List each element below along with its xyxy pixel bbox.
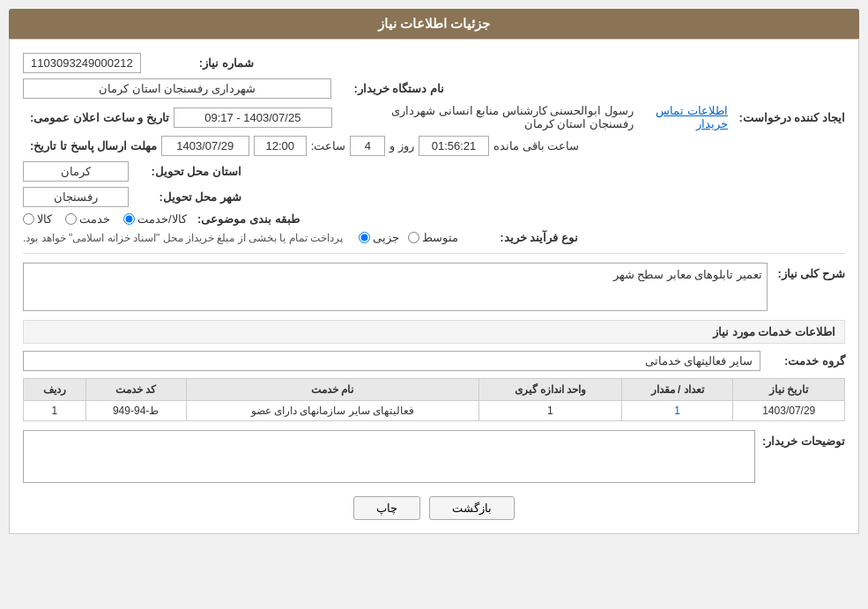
cell-service-code: ط-94-949 xyxy=(85,401,186,421)
category-row: طبقه بندی موضوعی: کالا/خدمت خدمت کالا xyxy=(23,212,845,226)
niyaz-number-label: شماره نیاز: xyxy=(148,56,254,70)
process-jozii-radio[interactable] xyxy=(359,232,370,243)
process-radio-group: متوسط جزیی xyxy=(359,231,458,244)
col-need-date: تاریخ نیاز xyxy=(733,379,845,401)
announce-datetime-value: 1403/07/25 - 09:17 xyxy=(174,108,332,128)
buyer-notes-container: توضیحات خریدار: xyxy=(23,430,845,483)
days-label: روز و xyxy=(389,139,414,152)
remaining-time: 01:56:21 xyxy=(419,136,489,156)
general-description-label: شرح کلی نیاز: xyxy=(775,263,845,280)
process-motavaset-label: متوسط xyxy=(422,231,458,244)
niyaz-number-value: 1103093249000212 xyxy=(23,53,141,73)
delivery-province-label: استان محل تحویل: xyxy=(136,165,241,178)
process-type-label: نوع فرآیند خرید: xyxy=(472,231,578,244)
category-radio-group: کالا/خدمت خدمت کالا xyxy=(23,212,187,226)
services-section-title: اطلاعات خدمات مورد نیاز xyxy=(23,320,845,344)
page-container: جزئیات اطلاعات نیاز شماره نیاز: 11030932… xyxy=(0,0,868,609)
page-title: جزئیات اطلاعات نیاز xyxy=(378,16,490,31)
remaining-label: ساعت باقی مانده xyxy=(493,139,579,152)
service-group-row: گروه خدمت: سایر فعالیتهای خدماتی xyxy=(23,351,845,371)
general-description-value: تعمیر تابلوهای معابر سطح شهر xyxy=(23,263,768,311)
general-description-container: شرح کلی نیاز: تعمیر تابلوهای معابر سطح ش… xyxy=(23,263,845,311)
process-motavaset-radio[interactable] xyxy=(408,232,419,243)
send-deadline-label: مهلت ارسال پاسخ تا تاریخ: xyxy=(30,139,157,152)
buttons-row: بازگشت چاپ xyxy=(23,496,845,520)
process-jozii-label: جزیی xyxy=(373,231,399,244)
col-row-num: ردیف xyxy=(24,379,86,401)
category-kala-khedmat-label: کالا/خدمت xyxy=(137,212,187,226)
cell-service-name: فعالیتهای سایر سازمانهای دارای عضو xyxy=(186,401,479,421)
buyer-notes-label: توضیحات خریدار: xyxy=(762,430,845,448)
buyer-org-row: نام دستگاه خریدار: شهرداری رفسنجان استان… xyxy=(23,78,845,99)
general-description-text: تعمیر تابلوهای معابر سطح شهر xyxy=(613,268,762,281)
category-khedmat-radio[interactable] xyxy=(65,213,77,225)
services-table: تاریخ نیاز تعداد / مقدار واحد اندازه گیر… xyxy=(23,378,845,421)
delivery-city-value: رفسنجان xyxy=(23,187,129,207)
main-content: شماره نیاز: 1103093249000212 نام دستگاه … xyxy=(9,39,859,534)
buyer-org-value: شهرداری رفسنجان استان کرمان xyxy=(23,78,331,99)
process-jozii: جزیی xyxy=(359,231,399,244)
back-button[interactable]: بازگشت xyxy=(429,496,515,520)
category-label: طبقه بندی موضوعی: xyxy=(194,212,300,226)
delivery-city-label: شهر محل تحویل: xyxy=(136,190,241,204)
category-kala-radio[interactable] xyxy=(23,213,34,225)
contact-link[interactable]: اطلاعات تماس خریدار xyxy=(642,104,728,130)
process-motavaset: متوسط xyxy=(408,231,458,244)
datetime-label: تاریخ و ساعت اعلان عمومی: xyxy=(30,111,169,124)
service-group-label: گروه خدمت: xyxy=(775,354,845,368)
page-header: جزئیات اطلاعات نیاز xyxy=(9,9,859,39)
delivery-province-row: استان محل تحویل: کرمان xyxy=(23,161,845,182)
cell-date: 1403/07/29 xyxy=(733,401,845,421)
category-kala-label: کالا xyxy=(37,212,52,226)
buyer-notes-box xyxy=(23,430,755,483)
col-service-name: نام خدمت xyxy=(186,379,479,401)
niyaz-number-row: شماره نیاز: 1103093249000212 xyxy=(23,53,845,73)
process-note: پرداخت تمام یا بخشی از مبلغ خریداز محل "… xyxy=(23,232,343,244)
requester-name: رسول ابوالحسنی کارشناس منابع انسانی شهرد… xyxy=(350,104,634,130)
category-khedmat: خدمت xyxy=(65,212,110,226)
time-label: ساعت: xyxy=(311,139,346,152)
print-button[interactable]: چاپ xyxy=(353,496,420,520)
deadline-row: ساعت باقی مانده 01:56:21 روز و 4 ساعت: 1… xyxy=(23,136,845,156)
deadline-date: 1403/07/29 xyxy=(161,136,249,156)
service-group-value: سایر فعالیتهای خدماتی xyxy=(23,351,760,371)
table-row: 1403/07/29 1 1 فعالیتهای سایر سازمانهای … xyxy=(24,401,845,421)
category-kala: کالا xyxy=(23,212,52,226)
delivery-city-row: شهر محل تحویل: رفسنجان xyxy=(23,187,845,207)
process-type-row: نوع فرآیند خرید: متوسط جزیی پرداخت تمام … xyxy=(23,231,845,244)
col-service-code: کد خدمت xyxy=(85,379,186,401)
deadline-time: 12:00 xyxy=(254,136,307,156)
cell-quantity: 1 xyxy=(621,401,732,421)
deadline-days: 4 xyxy=(350,136,385,156)
delivery-province-value: کرمان xyxy=(23,161,129,182)
requester-label: ایجاد کننده درخواست: xyxy=(739,111,845,124)
buyer-org-label: نام دستگاه خریدار: xyxy=(338,82,444,95)
col-quantity: تعداد / مقدار xyxy=(621,379,732,401)
category-kala-khedmat-radio[interactable] xyxy=(123,213,135,225)
cell-unit: 1 xyxy=(479,401,621,421)
requester-row: ایجاد کننده درخواست: اطلاعات تماس خریدار… xyxy=(23,104,845,130)
cell-row-num: 1 xyxy=(24,401,86,421)
category-khedmat-label: خدمت xyxy=(79,212,110,226)
divider-1 xyxy=(23,253,845,254)
col-unit: واحد اندازه گیری xyxy=(479,379,621,401)
category-kala-khedmat: کالا/خدمت xyxy=(123,212,187,226)
